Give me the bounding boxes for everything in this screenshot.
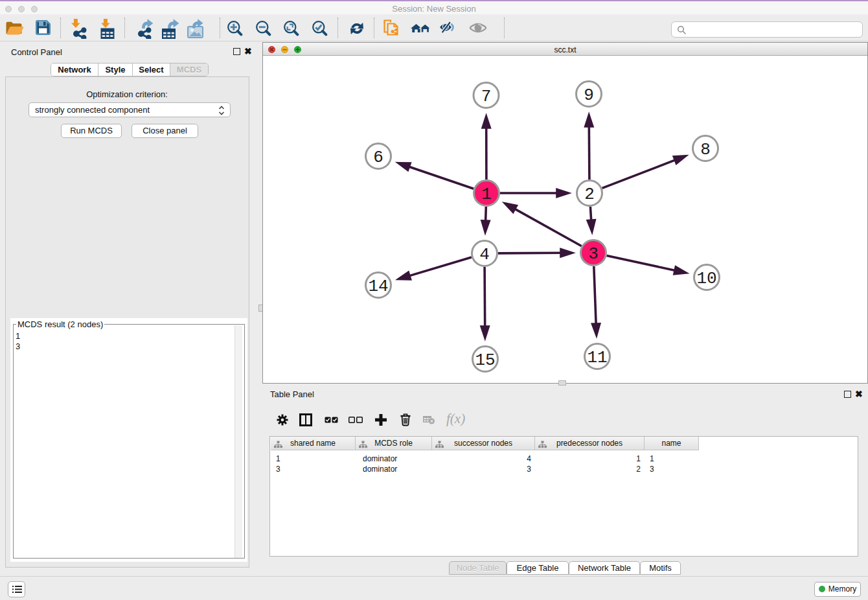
svg-text:2: 2 bbox=[584, 185, 595, 204]
svg-text:15: 15 bbox=[475, 351, 495, 370]
svg-text:14: 14 bbox=[368, 277, 388, 296]
svg-text:9: 9 bbox=[584, 86, 594, 105]
svg-text:1: 1 bbox=[481, 185, 492, 204]
svg-text:8: 8 bbox=[700, 140, 711, 159]
svg-text:11: 11 bbox=[587, 348, 607, 367]
svg-text:3: 3 bbox=[588, 244, 599, 264]
svg-text:4: 4 bbox=[479, 245, 490, 264]
svg-text:7: 7 bbox=[481, 87, 492, 106]
svg-text:6: 6 bbox=[373, 148, 383, 167]
svg-text:10: 10 bbox=[696, 269, 716, 288]
